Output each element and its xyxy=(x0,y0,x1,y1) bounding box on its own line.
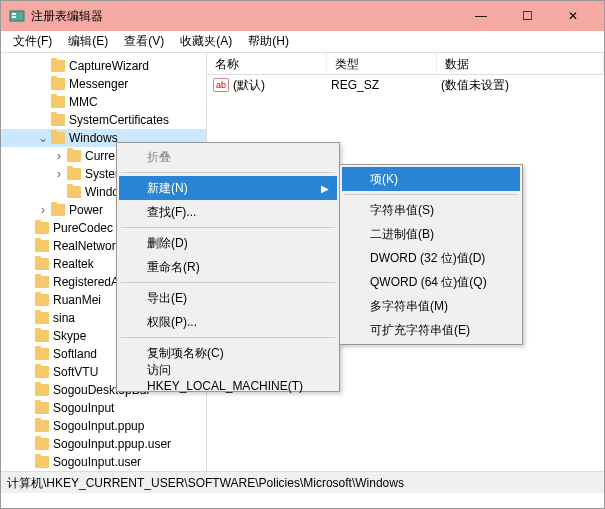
menu-item[interactable]: 多字符串值(M) xyxy=(342,294,520,318)
menu-separator xyxy=(344,194,518,195)
context-menu-new-submenu: 项(K)字符串值(S)二进制值(B)DWORD (32 位)值(D)QWORD … xyxy=(339,164,523,345)
svg-rect-1 xyxy=(12,13,16,15)
minimize-button[interactable]: — xyxy=(458,1,504,31)
expand-icon[interactable]: › xyxy=(53,150,65,162)
tree-item-label: SogouInput.ppup.user xyxy=(53,437,171,451)
row-type: REG_SZ xyxy=(331,78,441,92)
menu-item[interactable]: 二进制值(B) xyxy=(342,222,520,246)
tree-item[interactable]: SogouInput xyxy=(1,399,206,417)
list-row[interactable]: ab (默认) REG_SZ (数值未设置) xyxy=(207,75,604,95)
menu-item[interactable]: 删除(D) xyxy=(119,231,337,255)
menu-item-label: 可扩充字符串值(E) xyxy=(370,322,470,339)
tree-item[interactable]: SogouInput.ppup xyxy=(1,417,206,435)
tree-item-label: Syster xyxy=(85,167,119,181)
no-expand xyxy=(21,438,33,450)
menu-item[interactable]: QWORD (64 位)值(Q) xyxy=(342,270,520,294)
expand-icon[interactable]: › xyxy=(37,204,49,216)
close-button[interactable]: ✕ xyxy=(550,1,596,31)
folder-icon xyxy=(35,456,49,468)
tree-item-label: SystemCertificates xyxy=(69,113,169,127)
folder-icon xyxy=(51,114,65,126)
tree-item-label: PureCodec xyxy=(53,221,113,235)
folder-icon xyxy=(35,330,49,342)
menu-item[interactable]: 新建(N)▶ xyxy=(119,176,337,200)
context-menu-main: 折叠新建(N)▶查找(F)...删除(D)重命名(R)导出(E)权限(P)...… xyxy=(116,142,340,392)
tree-item[interactable]: SystemCertificates xyxy=(1,111,206,129)
no-expand xyxy=(37,60,49,72)
menu-item-label: 删除(D) xyxy=(147,235,188,252)
no-expand xyxy=(21,276,33,288)
menu-item[interactable]: 字符串值(S) xyxy=(342,198,520,222)
menu-item[interactable]: 导出(E) xyxy=(119,286,337,310)
folder-icon xyxy=(51,60,65,72)
folder-icon xyxy=(51,204,65,216)
tree-item[interactable]: CaptureWizard xyxy=(1,57,206,75)
menu-separator xyxy=(121,227,335,228)
menu-item-label: QWORD (64 位)值(Q) xyxy=(370,274,487,291)
menu-item[interactable]: DWORD (32 位)值(D) xyxy=(342,246,520,270)
folder-icon xyxy=(35,240,49,252)
menu-edit[interactable]: 编辑(E) xyxy=(60,31,116,52)
no-expand xyxy=(21,402,33,414)
list-header: 名称 类型 数据 xyxy=(207,53,604,75)
tree-item[interactable]: SogouInput.ppup.user xyxy=(1,435,206,453)
menu-separator xyxy=(121,337,335,338)
menu-item[interactable]: 访问 HKEY_LOCAL_MACHINE(T) xyxy=(119,365,337,389)
menu-item[interactable]: 查找(F)... xyxy=(119,200,337,224)
no-expand xyxy=(21,294,33,306)
maximize-button[interactable]: ☐ xyxy=(504,1,550,31)
col-data[interactable]: 数据 xyxy=(437,53,604,74)
tree-item[interactable]: SogouInput.user xyxy=(1,453,206,471)
menu-item-label: 二进制值(B) xyxy=(370,226,434,243)
folder-icon xyxy=(51,78,65,90)
tree-item-label: Messenger xyxy=(69,77,128,91)
folder-icon xyxy=(35,420,49,432)
folder-icon xyxy=(35,402,49,414)
titlebar[interactable]: 注册表编辑器 — ☐ ✕ xyxy=(1,1,604,31)
tree-item-label: SogouInput xyxy=(53,401,114,415)
no-expand xyxy=(37,114,49,126)
menu-item-label: 权限(P)... xyxy=(147,314,197,331)
menu-view[interactable]: 查看(V) xyxy=(116,31,172,52)
row-data: (数值未设置) xyxy=(441,77,509,94)
no-expand xyxy=(21,420,33,432)
menu-item-label: 重命名(R) xyxy=(147,259,200,276)
no-expand xyxy=(21,312,33,324)
tree-item[interactable]: MMC xyxy=(1,93,206,111)
folder-icon xyxy=(35,384,49,396)
menu-file[interactable]: 文件(F) xyxy=(5,31,60,52)
tree-item[interactable]: Messenger xyxy=(1,75,206,93)
submenu-arrow-icon: ▶ xyxy=(321,183,329,194)
string-value-icon: ab xyxy=(213,78,229,92)
row-name: (默认) xyxy=(233,77,331,94)
menu-item[interactable]: 权限(P)... xyxy=(119,310,337,334)
no-expand xyxy=(21,456,33,468)
menu-help[interactable]: 帮助(H) xyxy=(240,31,297,52)
menu-item-label: 访问 HKEY_LOCAL_MACHINE(T) xyxy=(147,362,317,393)
menu-favorites[interactable]: 收藏夹(A) xyxy=(172,31,240,52)
folder-icon xyxy=(67,150,81,162)
menu-item-label: 导出(E) xyxy=(147,290,187,307)
status-path: 计算机\HKEY_CURRENT_USER\SOFTWARE\Policies\… xyxy=(7,476,404,490)
folder-icon xyxy=(35,348,49,360)
menu-item[interactable]: 项(K) xyxy=(342,167,520,191)
col-type[interactable]: 类型 xyxy=(327,53,437,74)
menu-item-label: 字符串值(S) xyxy=(370,202,434,219)
folder-icon xyxy=(35,366,49,378)
no-expand xyxy=(21,330,33,342)
expand-icon[interactable]: › xyxy=(53,168,65,180)
no-expand xyxy=(21,384,33,396)
menu-item[interactable]: 重命名(R) xyxy=(119,255,337,279)
no-expand xyxy=(21,240,33,252)
menubar: 文件(F) 编辑(E) 查看(V) 收藏夹(A) 帮助(H) xyxy=(1,31,604,53)
menu-item[interactable]: 可扩充字符串值(E) xyxy=(342,318,520,342)
no-expand xyxy=(53,186,65,198)
no-expand xyxy=(21,222,33,234)
no-expand xyxy=(21,258,33,270)
col-name[interactable]: 名称 xyxy=(207,53,327,74)
tree-item-label: SogouInput.user xyxy=(53,455,141,469)
folder-icon xyxy=(35,222,49,234)
statusbar: 计算机\HKEY_CURRENT_USER\SOFTWARE\Policies\… xyxy=(1,471,604,493)
collapse-icon[interactable]: ⌄ xyxy=(37,132,49,144)
tree-item-label: Realtek xyxy=(53,257,94,271)
